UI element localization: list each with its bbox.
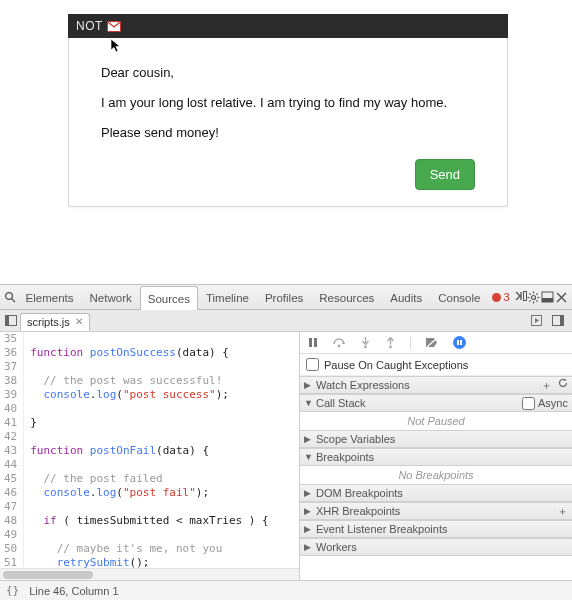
pause-icon[interactable]: [308, 337, 318, 348]
run-snippet-icon[interactable]: [527, 312, 545, 330]
svg-line-10: [537, 300, 538, 301]
svg-rect-18: [6, 316, 10, 326]
toggle-drawer-icon[interactable]: [514, 287, 528, 307]
file-tab-bar: scripts.js ✕: [0, 310, 572, 332]
send-button[interactable]: Send: [415, 159, 475, 190]
error-dot-icon: [492, 293, 501, 302]
pause-on-caught-checkbox[interactable]: [306, 358, 319, 371]
email-closing: Please send money!: [101, 124, 475, 142]
tab-console[interactable]: Console: [430, 285, 488, 309]
devtools-tabstrip: Elements Network Sources Timeline Profil…: [0, 285, 572, 310]
section-breakpoints[interactable]: ▼ Breakpoints: [300, 448, 572, 466]
svg-line-2: [12, 298, 15, 301]
file-tab-scripts[interactable]: scripts.js ✕: [20, 313, 90, 331]
tab-resources[interactable]: Resources: [311, 285, 382, 309]
cursor-position: Line 46, Column 1: [29, 585, 118, 597]
email-compose-body: Dear cousin, I am your long lost relativ…: [68, 38, 508, 207]
tab-network[interactable]: Network: [82, 285, 140, 309]
svg-point-1: [6, 292, 13, 299]
svg-rect-22: [309, 338, 312, 347]
tab-profiles[interactable]: Profiles: [257, 285, 311, 309]
svg-line-9: [530, 293, 531, 294]
svg-rect-3: [523, 292, 526, 301]
section-event-breakpoints[interactable]: ▶ Event Listener Breakpoints: [300, 520, 572, 538]
deactivate-breakpoints-icon[interactable]: [425, 337, 439, 348]
svg-line-11: [537, 293, 538, 294]
devtools: Elements Network Sources Timeline Profil…: [0, 284, 572, 600]
tab-sources[interactable]: Sources: [140, 286, 198, 310]
pause-on-caught-label: Pause On Caught Exceptions: [324, 359, 468, 371]
disclosure-triangle-icon: ▼: [304, 398, 313, 408]
error-badge[interactable]: 3: [488, 291, 513, 303]
mail-icon: [107, 21, 121, 32]
svg-rect-21: [560, 316, 564, 326]
svg-point-28: [389, 345, 392, 348]
section-xhr-breakpoints[interactable]: ▶ XHR Breakpoints ＋: [300, 502, 572, 520]
status-bar: {} Line 46, Column 1: [0, 580, 572, 600]
navigator-toggle-icon[interactable]: [2, 312, 20, 330]
tab-timeline[interactable]: Timeline: [198, 285, 257, 309]
close-file-icon[interactable]: ✕: [75, 316, 83, 327]
add-watch-icon[interactable]: ＋: [541, 378, 552, 393]
refresh-watch-icon[interactable]: [558, 378, 568, 393]
svg-rect-31: [460, 340, 462, 345]
disclosure-triangle-icon: ▶: [304, 542, 313, 552]
app-title: NOT: [76, 19, 103, 33]
scrollbar-thumb[interactable]: [3, 571, 93, 579]
tab-audits[interactable]: Audits: [382, 285, 430, 309]
breakpoints-empty: No Breakpoints: [300, 466, 572, 484]
disclosure-triangle-icon: ▶: [304, 434, 313, 444]
svg-rect-23: [314, 338, 317, 347]
debugger-sidebar: Pause On Caught Exceptions ▶ Watch Expre…: [300, 332, 572, 580]
debugger-pane-toggle-icon[interactable]: [549, 312, 567, 330]
pretty-print-icon[interactable]: {}: [6, 584, 19, 597]
async-checkbox[interactable]: [522, 397, 535, 410]
disclosure-triangle-icon: ▶: [304, 380, 313, 390]
section-dom-breakpoints[interactable]: ▶ DOM Breakpoints: [300, 484, 572, 502]
dock-icon[interactable]: [541, 287, 555, 307]
app-title-bar: NOT: [68, 14, 508, 38]
svg-rect-30: [457, 340, 459, 345]
error-count: 3: [503, 291, 509, 303]
section-scope[interactable]: ▶ Scope Variables: [300, 430, 572, 448]
disclosure-triangle-icon: ▼: [304, 452, 313, 462]
step-into-icon[interactable]: [360, 337, 371, 349]
async-label: Async: [538, 397, 568, 409]
debugger-toolbar: [300, 332, 572, 354]
code-editor[interactable]: 3536373839404142434445464748495051525354…: [0, 332, 300, 580]
tab-elements[interactable]: Elements: [18, 285, 82, 309]
svg-point-24: [338, 345, 341, 348]
pause-on-exceptions-icon[interactable]: [453, 336, 466, 349]
step-out-icon[interactable]: [385, 337, 396, 349]
email-body: I am your long lost relative. I am tryin…: [101, 94, 475, 112]
disclosure-triangle-icon: ▶: [304, 506, 313, 516]
svg-point-26: [364, 345, 367, 348]
horizontal-scrollbar[interactable]: [0, 568, 299, 580]
email-greeting: Dear cousin,: [101, 64, 475, 82]
pause-on-caught-row[interactable]: Pause On Caught Exceptions: [300, 354, 572, 376]
svg-rect-14: [542, 298, 553, 302]
inspect-icon[interactable]: [4, 287, 18, 307]
add-xhr-bp-icon[interactable]: ＋: [557, 504, 568, 519]
disclosure-triangle-icon: ▶: [304, 524, 313, 534]
section-watch[interactable]: ▶ Watch Expressions ＋: [300, 376, 572, 394]
svg-line-12: [530, 300, 531, 301]
file-tab-label: scripts.js: [27, 316, 70, 328]
section-callstack[interactable]: ▼ Call Stack Async: [300, 394, 572, 412]
disclosure-triangle-icon: ▶: [304, 488, 313, 498]
svg-point-4: [532, 295, 536, 299]
step-over-icon[interactable]: [332, 337, 346, 348]
close-devtools-icon[interactable]: [554, 287, 568, 307]
settings-gear-icon[interactable]: [527, 287, 541, 307]
callstack-empty: Not Paused: [300, 412, 572, 430]
section-workers[interactable]: ▶ Workers: [300, 538, 572, 556]
